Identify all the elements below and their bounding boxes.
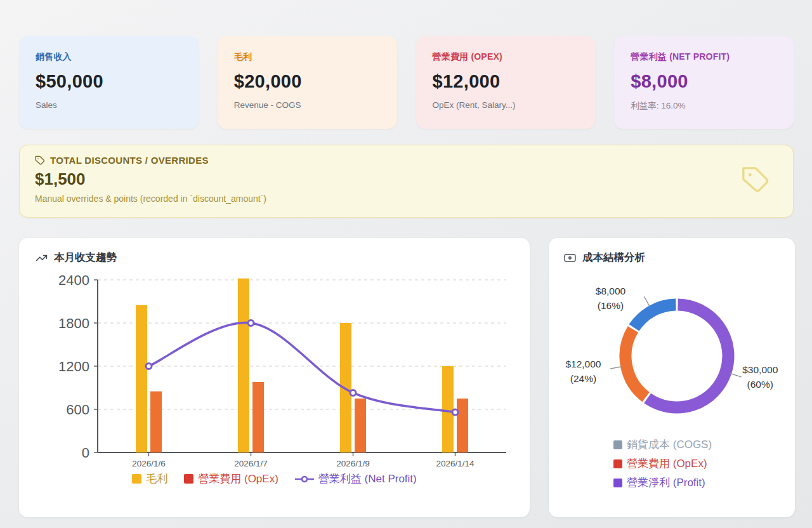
legend-line-marker bbox=[295, 475, 314, 483]
y-tick-label: 2400 bbox=[58, 272, 89, 288]
legend-item[interactable]: 毛利 bbox=[132, 472, 167, 486]
legend-swatch bbox=[613, 478, 622, 487]
banner-title: TOTAL DISCOUNTS / OVERRIDES bbox=[50, 155, 209, 166]
dashboard-page: 銷售收入 $50,000 Sales 毛利 $20,000 Revenue - … bbox=[0, 0, 812, 528]
legend-label: 營業利益 (Net Profit) bbox=[318, 472, 417, 486]
cost-structure-card: 成本結構分析 $30,000(60%)$12,000(24%)$8,000(16… bbox=[549, 238, 795, 517]
kpi-value: $20,000 bbox=[234, 71, 381, 92]
cost-structure-donut[interactable]: $30,000(60%)$12,000(24%)$8,000(16%) bbox=[564, 267, 782, 436]
line-point[interactable] bbox=[452, 409, 458, 415]
bar-營業費用 (OpEx)[interactable] bbox=[457, 399, 468, 452]
tag-icon bbox=[35, 155, 45, 166]
legend-swatch bbox=[613, 440, 622, 449]
net-profit-line bbox=[149, 322, 455, 412]
line-point[interactable] bbox=[350, 390, 356, 395]
legend-item[interactable]: 營業利益 (Net Profit) bbox=[295, 472, 417, 486]
trend-chart-legend: 毛利營業費用 (OpEx)營業利益 (Net Profit) bbox=[36, 472, 513, 486]
legend-swatch bbox=[132, 474, 141, 484]
kpi-value: $50,000 bbox=[36, 71, 182, 92]
donut-label-connector bbox=[610, 366, 622, 369]
bar-營業費用 (OpEx)[interactable] bbox=[252, 382, 264, 452]
tag-icon bbox=[741, 166, 770, 197]
line-point[interactable] bbox=[146, 364, 152, 369]
donut-legend: 銷貨成本 (COGS)營業費用 (OpEx)營業淨利 (Profit) bbox=[613, 437, 780, 490]
donut-label-connector bbox=[644, 296, 650, 307]
legend-label: 銷貨成本 (COGS) bbox=[627, 437, 712, 452]
legend-label: 營業費用 (OpEx) bbox=[627, 456, 707, 471]
bar-營業費用 (OpEx)[interactable] bbox=[355, 399, 366, 452]
x-tick-label: 2026/1/6 bbox=[132, 459, 166, 468]
x-tick-label: 2026/1/7 bbox=[234, 459, 268, 468]
kpi-label: 營業費用 (OPEX) bbox=[433, 51, 579, 63]
donut-chart-title: 成本結構分析 bbox=[582, 251, 645, 265]
donut-slice-營業費用 (OpEx)[interactable] bbox=[625, 329, 646, 397]
y-tick-label: 600 bbox=[66, 402, 89, 418]
trend-chart-title: 本月收支趨勢 bbox=[54, 251, 117, 265]
bar-毛利[interactable] bbox=[442, 366, 454, 452]
x-tick-label: 2026/1/9 bbox=[336, 459, 370, 468]
discounts-banner: TOTAL DISCOUNTS / OVERRIDES $1,500 Manua… bbox=[19, 145, 794, 218]
banner-value: $1,500 bbox=[35, 169, 778, 189]
legend-item[interactable]: 銷貨成本 (COGS) bbox=[613, 437, 780, 452]
kpi-subtitle: 利益率: 16.0% bbox=[631, 100, 777, 112]
kpi-subtitle: Sales bbox=[36, 100, 182, 110]
trend-chart[interactable]: 06001200180024002026/1/62026/1/72026/1/9… bbox=[36, 268, 513, 470]
donut-slice-label: $8,000(16%) bbox=[596, 286, 626, 311]
donut-slice-營業淨利 (Profit)[interactable] bbox=[634, 305, 676, 327]
y-tick-label: 1200 bbox=[58, 359, 89, 374]
kpi-label: 銷售收入 bbox=[36, 51, 182, 63]
legend-item[interactable]: 營業費用 (OpEx) bbox=[613, 456, 780, 471]
legend-item[interactable]: 營業費用 (OpEx) bbox=[184, 472, 278, 486]
donut-slice-label: $30,000(60%) bbox=[742, 364, 778, 390]
banner-subtitle: Manual overrides & points (recorded in `… bbox=[35, 194, 778, 204]
bar-營業費用 (OpEx)[interactable] bbox=[150, 392, 162, 452]
x-tick-label: 2026/1/14 bbox=[436, 459, 475, 468]
kpi-card-gross-profit: 毛利 $20,000 Revenue - COGS bbox=[218, 36, 397, 129]
kpi-card-opex: 營業費用 (OPEX) $12,000 OpEx (Rent, Salary..… bbox=[416, 36, 596, 129]
legend-label: 毛利 bbox=[146, 472, 167, 486]
bar-毛利[interactable] bbox=[238, 279, 249, 452]
donut-slice-label: $12,000(24%) bbox=[565, 359, 601, 384]
banknote-icon bbox=[564, 252, 576, 264]
kpi-subtitle: Revenue - COGS bbox=[234, 100, 381, 110]
kpi-label: 營業利益 (NET PROFIT) bbox=[631, 51, 777, 63]
legend-item[interactable]: 營業淨利 (Profit) bbox=[613, 475, 780, 490]
kpi-subtitle: OpEx (Rent, Salary...) bbox=[433, 100, 579, 110]
kpi-label: 毛利 bbox=[234, 51, 381, 63]
bar-毛利[interactable] bbox=[136, 305, 147, 452]
kpi-value: $8,000 bbox=[631, 71, 777, 92]
legend-swatch bbox=[184, 474, 193, 484]
trending-up-icon bbox=[36, 252, 48, 264]
legend-label: 營業費用 (OpEx) bbox=[198, 472, 278, 486]
y-tick-label: 1800 bbox=[58, 315, 89, 331]
legend-swatch bbox=[613, 459, 622, 468]
legend-label: 營業淨利 (Profit) bbox=[627, 475, 705, 490]
y-tick-label: 0 bbox=[82, 445, 89, 461]
kpi-card-net-profit: 營業利益 (NET PROFIT) $8,000 利益率: 16.0% bbox=[614, 36, 794, 129]
donut-slice-銷貨成本 (COGS)[interactable] bbox=[648, 305, 728, 407]
kpi-value: $12,000 bbox=[433, 71, 579, 92]
kpi-cards-row: 銷售收入 $50,000 Sales 毛利 $20,000 Revenue - … bbox=[19, 36, 794, 129]
line-point[interactable] bbox=[248, 320, 254, 326]
kpi-card-sales: 銷售收入 $50,000 Sales bbox=[19, 36, 199, 129]
donut-label-connector bbox=[730, 373, 742, 377]
trend-chart-card: 本月收支趨勢 06001200180024002026/1/62026/1/72… bbox=[19, 238, 530, 517]
